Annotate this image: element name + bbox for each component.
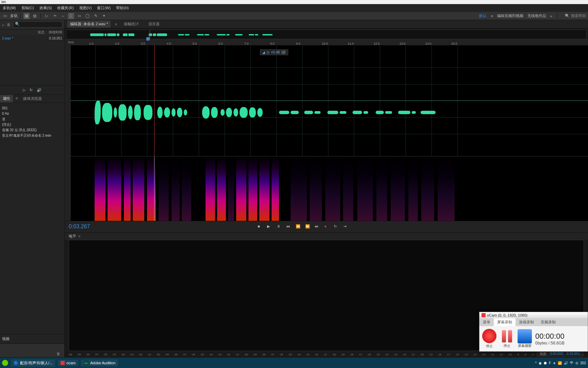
view-end[interactable]: 0:16.051 [567, 352, 580, 356]
tab-mixer[interactable]: 混音器 [146, 20, 162, 28]
menu-favorites[interactable]: 收藏夹(R) [57, 5, 74, 11]
skip-selection-icon[interactable]: ⇥ [343, 224, 348, 229]
tab-editor[interactable]: 编辑器: 未命名 2.wav * [67, 20, 111, 28]
tray-icon[interactable]: ⬢ [544, 361, 547, 365]
timeline[interactable]: hms 1.0 2.0 3.0 4.0 5.0 6.0 7.0 8.0 9.0 … [65, 39, 588, 45]
workspace-radio[interactable]: 无线电作品 [527, 13, 546, 18]
system-tray[interactable]: ^ ◉ ⬢ F ∗ 📶 🔊 中 ⊙ 202 [535, 361, 586, 365]
tab-properties[interactable]: 属性 [0, 95, 13, 103]
cursor-icon[interactable]: ▷ [44, 13, 50, 19]
ocam-titlebar[interactable]: oCam (0, 0, 1920, 1080) [479, 312, 588, 318]
menu-help[interactable]: 帮助(H) [116, 5, 129, 11]
timecode[interactable]: 0:03.267 [69, 224, 90, 230]
toolbar-mode[interactable]: 多轨 [10, 13, 18, 18]
marquee-icon[interactable]: ▭ [76, 13, 82, 19]
forward-icon[interactable]: ⏩ [305, 224, 310, 229]
workspace-tabs: 默认 ≡ 编辑音频到视频 无线电作品 » 🔍 搜索帮助 [479, 13, 586, 19]
monitor-icon [518, 329, 532, 343]
audition-icon: Au [84, 361, 88, 365]
panel-tab-menu-icon[interactable]: ≡ [13, 95, 20, 103]
editor-tabs: 编辑器: 未命名 2.wav * ≡ 振幅统计 混音器 [65, 20, 588, 28]
slip-icon[interactable]: ↔ [60, 13, 66, 19]
ibeam-icon[interactable]: 𝙸 [68, 13, 74, 19]
clock-icon: ◷ [266, 50, 270, 54]
filter-icon[interactable]: ▵ [2, 22, 4, 27]
taskbar-item[interactable]: ocam [58, 360, 78, 366]
stop-icon[interactable]: ■ [258, 224, 262, 229]
header-duration[interactable]: 持续时间 [49, 30, 62, 35]
clock[interactable]: 202 [580, 361, 586, 365]
ocam-capture-button[interactable]: 屏幕捕获 [518, 329, 532, 348]
security-icon[interactable]: ⊙ [575, 361, 578, 365]
overview-waveform[interactable] [66, 30, 587, 39]
tab-media-browser[interactable]: 媒体浏览器 [20, 95, 45, 103]
skip-start-icon[interactable]: ⏮ [286, 224, 291, 229]
search-box[interactable]: 🔍 搜索帮助 [565, 13, 586, 18]
ocam-tab-audio[interactable]: 音频录制 [537, 318, 559, 326]
ocam-window[interactable]: oCam (0, 0, 1920, 1080) 菜单 屏幕录制 游戏录制 音频录… [479, 312, 588, 352]
taskbar-item[interactable]: 🔵 配音/有声书/新人/... [11, 359, 55, 367]
tab-amplitude[interactable]: 振幅统计 [121, 20, 142, 28]
transport-bar: 0:03.267 ■ ▶ ⏸ ⏮ ⏪ ⏩ ⏭ ● ↻ ⇥ [65, 221, 588, 232]
menu-clip[interactable]: 剪辑(C) [21, 5, 34, 11]
prop-row: 道 [2, 117, 62, 122]
tray-icon[interactable]: F [549, 361, 551, 365]
waveform-view-icon[interactable]: ▭ [2, 13, 8, 19]
header-status[interactable]: 状态 [2, 30, 49, 35]
menu-multitrack[interactable]: 多轨(M) [3, 5, 16, 11]
ocam-pause-button[interactable]: 停止 [500, 329, 514, 348]
level-menu-icon[interactable]: ≡ [78, 234, 80, 238]
ocam-tab-game[interactable]: 游戏录制 [516, 318, 537, 326]
menu-effects[interactable]: 效果(S) [39, 5, 52, 11]
gain-indicator[interactable]: ◢ ◷ +0 dB ⇗ [260, 49, 288, 55]
razor-icon[interactable]: ✂ [52, 13, 58, 19]
gain-value: +0 dB [271, 50, 280, 54]
ime-icon[interactable]: 中 [570, 361, 573, 365]
ocam-tab-menu[interactable]: 菜单 [479, 318, 494, 326]
waveform-icon[interactable]: ▦ [23, 13, 30, 19]
skip-end-icon[interactable]: ⏭ [315, 224, 320, 229]
file-row[interactable]: 2.wav * 0:16.051 [0, 35, 64, 41]
pin-icon[interactable]: ⇗ [281, 50, 286, 54]
workspace-hamburger-icon[interactable]: ≡ [491, 14, 493, 18]
mini-transport: ▷ ↻ 🔊 [0, 86, 64, 94]
pause-icon[interactable]: ⏸ [277, 224, 281, 229]
bluetooth-icon[interactable]: ∗ [553, 361, 556, 365]
wifi-icon[interactable]: 📶 [558, 361, 562, 365]
tick: 4.0 [167, 42, 171, 45]
view-start[interactable]: 0:00.000 [550, 352, 563, 356]
mini-loop-icon[interactable]: ↻ [30, 88, 33, 92]
speaker-icon[interactable]: 🔊 [564, 361, 568, 365]
play-icon[interactable]: ▶ [267, 224, 272, 229]
playhead-marker[interactable] [146, 37, 150, 41]
trash-icon[interactable]: 🗑 [56, 352, 60, 356]
tray-icon[interactable]: ◉ [539, 361, 542, 365]
mini-play-icon[interactable]: ▷ [23, 88, 26, 92]
tray-up-icon[interactable]: ^ [535, 361, 537, 365]
ocam-stop-button[interactable]: 停止 [482, 329, 496, 349]
record-icon[interactable]: ● [324, 224, 329, 229]
waveform-display[interactable]: ◢ ◷ +0 dB ⇗ [65, 45, 588, 156]
spectral-icon[interactable]: ▨ [32, 13, 38, 19]
brush-icon[interactable]: ✎ [93, 13, 99, 19]
workspace-default[interactable]: 默认 [479, 13, 487, 18]
lasso-icon[interactable]: ◯ [84, 13, 91, 19]
spectrogram-display[interactable] [65, 156, 588, 221]
file-search-input[interactable]: 🔍 [13, 21, 62, 28]
menu-view[interactable]: 视图(V) [79, 5, 92, 11]
mini-volume-icon[interactable]: 🔊 [37, 88, 42, 92]
ocam-tab-screen[interactable]: 屏幕录制 [494, 318, 516, 326]
taskbar-item[interactable]: Au Adobe Audition [81, 359, 118, 366]
menu-window[interactable]: 窗口(W) [97, 5, 111, 11]
prop-row: 音频 32 位 浮点 (IEEE) [2, 127, 62, 133]
properties-panel: 051 0 Hz 道 (浮点) 音频 32 位 浮点 (IEEE) 音文件\鬼差… [0, 103, 64, 141]
workspace-audio-video[interactable]: 编辑音频到视频 [497, 13, 523, 18]
heal-icon[interactable]: ✦ [101, 13, 107, 19]
loop-icon[interactable]: ↻ [334, 224, 339, 229]
start-button[interactable] [2, 360, 8, 366]
tick: 11.0 [348, 42, 354, 45]
rewind-icon[interactable]: ⏪ [296, 224, 300, 229]
tab-menu-icon[interactable]: ≡ [115, 22, 117, 26]
delete-icon[interactable]: 🗑 [7, 22, 11, 27]
workspace-more[interactable]: » [550, 14, 552, 18]
